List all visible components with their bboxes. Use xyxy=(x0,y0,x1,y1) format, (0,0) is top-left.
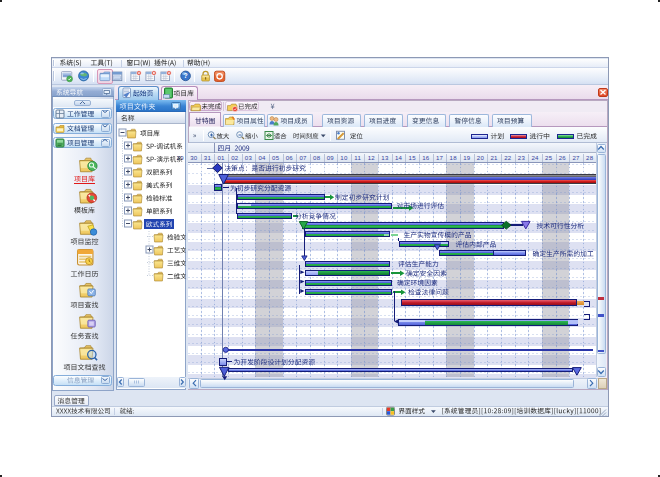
svg-text:?: ? xyxy=(183,72,187,79)
